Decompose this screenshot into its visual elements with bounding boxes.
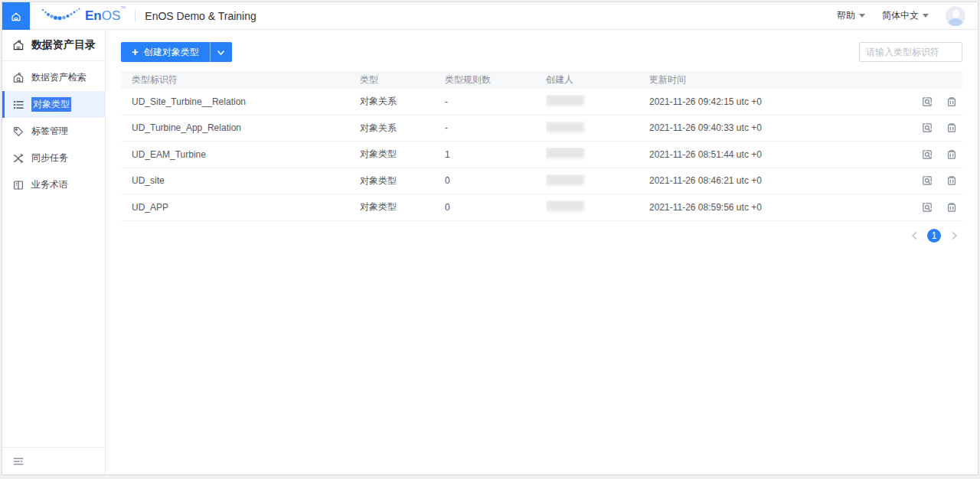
type-identifier-cell: UD_APP bbox=[132, 202, 168, 213]
column-header-rule-count: 类型规则数 bbox=[445, 73, 546, 86]
help-label: 帮助 bbox=[837, 9, 855, 22]
delete-icon[interactable] bbox=[946, 122, 958, 134]
plus-icon: + bbox=[132, 46, 139, 57]
delete-icon[interactable] bbox=[946, 174, 958, 187]
app-window: EnOS™ EnOS Demo & Training 帮助 简体中文 bbox=[2, 2, 978, 475]
rule-count-cell: 0 bbox=[445, 175, 450, 186]
home-button[interactable] bbox=[2, 2, 30, 30]
type-identifier-cell: UD_site bbox=[132, 175, 165, 186]
table-row[interactable]: UD_APP 对象类型 0 2021-11-26 08:59:56 utc +0 bbox=[121, 194, 962, 221]
rule-count-cell: - bbox=[445, 122, 448, 133]
home-icon bbox=[10, 10, 22, 22]
current-page-button[interactable]: 1 bbox=[927, 229, 941, 243]
sidebar-item-business-glossary[interactable]: 业务术语 bbox=[2, 171, 105, 198]
language-label: 简体中文 bbox=[882, 9, 919, 22]
create-object-type-split-button: + 创建对象类型 bbox=[121, 42, 232, 62]
type-identifier-cell: UD_Turbine_App_Relation bbox=[132, 122, 241, 133]
sidebar-nav: 数据资产检索 对象类型 标签管理 bbox=[2, 61, 105, 198]
sidebar-item-tag-management[interactable]: 标签管理 bbox=[2, 118, 105, 145]
search-input[interactable] bbox=[859, 42, 962, 62]
collapse-menu-icon[interactable] bbox=[12, 455, 24, 468]
delete-icon[interactable] bbox=[946, 148, 958, 161]
next-page-button[interactable] bbox=[949, 230, 959, 241]
column-header-updated: 更新时间 bbox=[649, 73, 901, 86]
prev-page-button[interactable] bbox=[909, 230, 920, 241]
rule-count-cell: 0 bbox=[445, 202, 450, 213]
creator-redacted-cell bbox=[546, 122, 584, 132]
language-menu[interactable]: 简体中文 bbox=[882, 9, 929, 22]
creator-redacted-cell bbox=[546, 174, 584, 185]
sidebar-item-label: 业务术语 bbox=[31, 178, 68, 191]
type-category-cell: 对象类型 bbox=[360, 201, 397, 212]
object-type-table: 类型标识符 类型 类型规则数 创建人 更新时间 UD_Site_Turbine_… bbox=[121, 71, 962, 221]
logo-swoosh-icon bbox=[41, 6, 82, 26]
view-details-icon[interactable] bbox=[921, 174, 933, 187]
user-avatar[interactable] bbox=[946, 6, 965, 26]
view-details-icon[interactable] bbox=[921, 122, 933, 134]
column-header-type: 类型 bbox=[360, 73, 445, 86]
chevron-down-icon bbox=[859, 14, 865, 18]
create-options-dropdown-button[interactable] bbox=[211, 42, 232, 62]
creator-redacted-cell bbox=[546, 200, 584, 211]
user-avatar-icon bbox=[952, 10, 959, 18]
creator-redacted-cell bbox=[546, 148, 584, 158]
sidebar-item-data-asset-search[interactable]: 数据资产检索 bbox=[2, 64, 105, 91]
view-details-icon[interactable] bbox=[921, 148, 933, 161]
type-identifier-cell: UD_EAM_Turbine bbox=[132, 149, 206, 160]
view-details-icon[interactable] bbox=[921, 96, 933, 108]
type-identifier-cell: UD_Site_Turbine__Relation bbox=[132, 96, 246, 107]
sidebar-item-object-types[interactable]: 对象类型 bbox=[2, 91, 105, 118]
enos-logo: EnOS™ bbox=[41, 6, 126, 26]
object-type-list-icon bbox=[12, 99, 24, 111]
tag-icon bbox=[12, 125, 24, 138]
user-avatar-icon bbox=[949, 18, 962, 26]
chevron-down-icon bbox=[217, 45, 225, 59]
type-category-cell: 对象类型 bbox=[360, 175, 397, 186]
table-header-row: 类型标识符 类型 类型规则数 创建人 更新时间 bbox=[121, 71, 962, 89]
type-category-cell: 对象关系 bbox=[360, 122, 397, 133]
pagination: 1 bbox=[121, 229, 962, 243]
sidebar-footer bbox=[2, 447, 105, 474]
create-button-label: 创建对象类型 bbox=[144, 46, 199, 59]
sidebar-header: 数据资产目录 bbox=[2, 30, 105, 60]
type-category-cell: 对象类型 bbox=[360, 148, 397, 159]
logo-text: EnOS™ bbox=[85, 8, 126, 24]
delete-icon[interactable] bbox=[946, 96, 958, 108]
sidebar-title: 数据资产目录 bbox=[31, 38, 96, 52]
column-header-identifier: 类型标识符 bbox=[121, 73, 360, 86]
sidebar-item-label: 标签管理 bbox=[31, 125, 68, 138]
sidebar: 数据资产目录 数据资产检索 对象类型 bbox=[2, 30, 106, 474]
rule-count-cell: - bbox=[445, 96, 448, 107]
updated-time-cell: 2021-11-26 08:51:44 utc +0 bbox=[649, 149, 762, 160]
sidebar-item-label: 数据资产检索 bbox=[31, 71, 87, 84]
table-row[interactable]: UD_Turbine_App_Relation 对象关系 - 2021-11-2… bbox=[121, 116, 962, 142]
column-header-creator: 创建人 bbox=[546, 73, 649, 86]
creator-redacted-cell bbox=[546, 95, 584, 106]
main-content: + 创建对象类型 类型标识符 类型 类型规则数 创建人 bbox=[106, 30, 978, 474]
table-row[interactable]: UD_site 对象类型 0 2021-11-26 08:46:21 utc +… bbox=[121, 168, 962, 195]
view-details-icon[interactable] bbox=[921, 201, 933, 213]
glossary-icon bbox=[12, 179, 24, 191]
updated-time-cell: 2021-11-26 08:46:21 utc +0 bbox=[649, 175, 762, 186]
create-object-type-button[interactable]: + 创建对象类型 bbox=[121, 42, 211, 62]
help-menu[interactable]: 帮助 bbox=[837, 9, 865, 22]
type-category-cell: 对象关系 bbox=[360, 96, 397, 106]
updated-time-cell: 2021-11-26 08:59:56 utc +0 bbox=[649, 202, 762, 213]
sync-tasks-icon bbox=[12, 152, 24, 165]
catalog-search-icon bbox=[12, 72, 24, 84]
topbar-divider bbox=[135, 10, 136, 22]
delete-icon[interactable] bbox=[946, 201, 958, 213]
rule-count-cell: 1 bbox=[445, 149, 450, 160]
topbar-actions: 帮助 简体中文 bbox=[837, 6, 978, 26]
data-catalog-icon bbox=[12, 39, 24, 51]
table-row[interactable]: UD_Site_Turbine__Relation 对象关系 - 2021-11… bbox=[121, 89, 962, 116]
table-row[interactable]: UD_EAM_Turbine 对象类型 1 2021-11-26 08:51:4… bbox=[121, 142, 962, 168]
sidebar-item-label: 同步任务 bbox=[31, 152, 68, 165]
toolbar: + 创建对象类型 bbox=[121, 42, 962, 62]
table-body: UD_Site_Turbine__Relation 对象关系 - 2021-11… bbox=[121, 89, 962, 221]
top-bar: EnOS™ EnOS Demo & Training 帮助 简体中文 bbox=[2, 2, 978, 30]
page-title: EnOS Demo & Training bbox=[145, 10, 256, 22]
sidebar-item-label: 对象类型 bbox=[31, 97, 71, 112]
updated-time-cell: 2021-11-26 09:42:15 utc +0 bbox=[649, 96, 762, 107]
sidebar-item-sync-tasks[interactable]: 同步任务 bbox=[2, 145, 105, 171]
